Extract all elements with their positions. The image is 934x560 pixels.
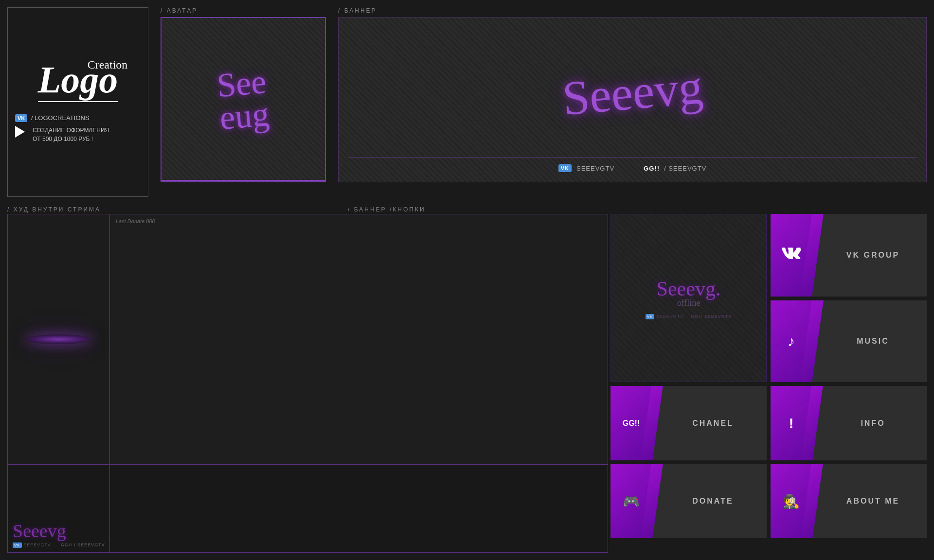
offline-card: Seeevg. offline VK SEEEVGTV GG!! SEEEVGT… (611, 214, 767, 382)
offline-vk: VK SEEEVGTV (646, 314, 684, 319)
donate-label-text: DONATE (652, 464, 767, 538)
hud-right-bottom (110, 465, 608, 552)
vk-group-button[interactable]: VK GROUP (771, 214, 927, 297)
music-icon: ♪ (788, 333, 795, 350)
price-line1: СОЗДАНИЕ ОФОРМЛЕНИЯ (33, 126, 109, 135)
info-icon-area: ! (771, 386, 812, 460)
hud-footer-social: VK SEEEVGTV GG!! / SEEEVGTV (13, 542, 105, 547)
hud-gg-prefix: GG!! (61, 542, 72, 547)
vk-group-icon-area (771, 214, 812, 297)
gg-icon: GG!! (623, 419, 640, 428)
donate-label: Last Donate 000 (110, 214, 608, 228)
hud-vk-badge: VK (13, 542, 22, 548)
banner-gg-prefix: GG!! (644, 165, 660, 172)
about-me-icon: 🕵 (783, 493, 800, 509)
left-divider (7, 202, 338, 202)
hud-footer-name: Seeevg (13, 520, 105, 542)
buttons-panel: Seeevg. offline VK SEEEVGTV GG!! SEEEVGT… (611, 214, 927, 553)
banner-divider (348, 157, 916, 158)
hud-box: Last Donate 000 Seeevg VK SEEEVGTV GG!! (7, 214, 608, 553)
glowing-disc (25, 334, 93, 344)
price-block: СОЗДАНИЕ ОФОРМЛЕНИЯ ОТ 500 ДО 1000 РУБ ! (15, 126, 141, 143)
top-row: Creation Logo VK / LOGOCREATIONS СОЗДАНИ… (7, 7, 927, 197)
music-button[interactable]: ♪ MUSIC (771, 300, 927, 383)
offline-channel-name: Seeevg. (646, 277, 732, 300)
hud-gg-text: SEEEVGTV (77, 542, 105, 547)
banner-label: / БАННЕР (338, 7, 927, 14)
chanel-button[interactable]: GG!! CHANEL (611, 386, 767, 460)
hud-panel: Last Donate 000 Seeevg VK SEEEVGTV GG!! (7, 214, 608, 553)
hud-right-top: Last Donate 000 (110, 214, 608, 465)
music-icon-area: ♪ (771, 300, 812, 383)
donate-button[interactable]: 🎮 DONATE (611, 464, 767, 538)
logo-underline (38, 101, 118, 102)
right-divider (348, 202, 927, 202)
section-dividers: / ХУД ВНУТРИ СТРИМА / БАННЕР /КНОПКИ (7, 197, 927, 214)
hud-section-label: / ХУД ВНУТРИ СТРИМА (7, 206, 338, 213)
main-layout: Creation Logo VK / LOGOCREATIONS СОЗДАНИ… (0, 0, 934, 560)
offline-gg: GG!! SEEEVGTV (691, 314, 732, 319)
banner-btns-label: / БАННЕР /КНОПКИ (348, 206, 927, 213)
info-icon: ! (789, 415, 794, 432)
chanel-icon-area: GG!! (611, 386, 652, 460)
hud-vk-handle: VK SEEEVGTV (13, 542, 51, 547)
banner-social: VK SEEEVGTV GG!! / SEEEVGTV (558, 164, 707, 172)
hud-footer: Seeevg VK SEEEVGTV GG!! / SEEEVGTV (13, 520, 105, 547)
chanel-label: CHANEL (652, 386, 767, 460)
logo-social: VK / LOGOCREATIONS СОЗДАНИЕ ОФОРМЛЕНИЯ О… (15, 114, 141, 143)
offline-card-inner: Seeevg. offline VK SEEEVGTV GG!! SEEEVGT… (641, 272, 737, 324)
offline-social: VK SEEEVGTV GG!! SEEEVGTV (646, 314, 732, 319)
hud-left-col (8, 214, 110, 552)
hud-vk-text: SEEEVGTV (23, 542, 51, 547)
logo-panel: Creation Logo VK / LOGOCREATIONS СОЗДАНИ… (7, 7, 148, 197)
bottom-row: Last Donate 000 Seeevg VK SEEEVGTV GG!! (7, 214, 927, 553)
about-me-icon-area: 🕵 (771, 464, 812, 538)
hud-left-top (8, 214, 109, 465)
about-me-label: ABOUT ME (812, 464, 927, 538)
banner-vk-badge: VK (558, 164, 572, 172)
hud-gg-handle: GG!! / SEEEVGTV (61, 542, 105, 547)
vk-icon (782, 246, 801, 263)
banner-vk-social: VK SEEEVGTV (558, 164, 614, 172)
donate-icon: 🎮 (623, 493, 640, 509)
info-label: INFO (812, 386, 927, 460)
vk-logocreations: / LOGOCREATIONS (31, 114, 90, 122)
banner-gg-handle: / SEEEVGTV (664, 165, 706, 172)
logo-wrapper: Creation Logo (38, 61, 118, 107)
logo-creation: Creation (88, 58, 128, 71)
banner-channel-name: Seeevg (560, 58, 705, 126)
avatar-inner: Seeeug (162, 18, 325, 181)
banner-panel: / БАННЕР Seeevg VK SEEEVGTV GG!! / SEEEV… (328, 7, 927, 197)
banner-gg-social: GG!! / SEEEVGTV (644, 165, 706, 172)
vk-line: VK / LOGOCREATIONS (15, 114, 141, 122)
music-label: MUSIC (812, 300, 927, 383)
banner-box: Seeevg VK SEEEVGTV GG!! / SEEEVGTV (338, 17, 927, 182)
price-text: СОЗДАНИЕ ОФОРМЛЕНИЯ ОТ 500 ДО 1000 РУБ ! (33, 126, 109, 143)
offline-vk-badge: VK (646, 314, 655, 319)
info-button[interactable]: ! INFO (771, 386, 927, 460)
donate-icon-area: 🎮 (611, 464, 652, 538)
buttons-grid: Seeevg. offline VK SEEEVGTV GG!! SEEEVGT… (611, 214, 927, 538)
avatar-panel: / АВАТАР Seeeug (151, 7, 326, 197)
triangle-icon (15, 126, 25, 138)
vk-group-label: VK GROUP (812, 214, 927, 297)
about-me-button[interactable]: 🕵 ABOUT ME (771, 464, 927, 538)
offline-gg-handle: SEEEVGTV (704, 314, 732, 319)
hud-right-col: Last Donate 000 (110, 214, 608, 552)
price-line2: ОТ 500 ДО 1000 РУБ ! (33, 135, 109, 143)
avatar-channel-name: Seeeug (216, 65, 270, 134)
vk-badge: VK (15, 114, 27, 122)
avatar-label: / АВАТАР (161, 7, 326, 14)
offline-vk-handle: SEEEVGTV (656, 314, 684, 319)
avatar-box: Seeeug (161, 17, 326, 182)
avatar-border (162, 180, 325, 181)
banner-vk-handle: SEEEVGTV (576, 165, 614, 172)
